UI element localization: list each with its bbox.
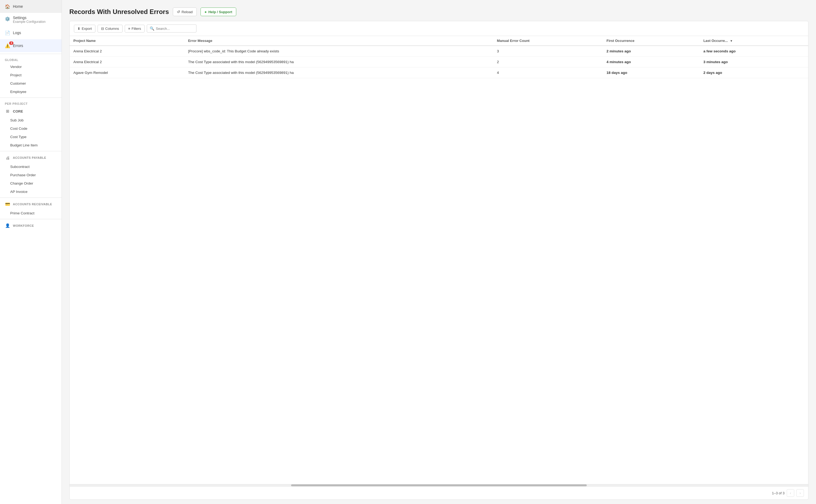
horizontal-scrollbar[interactable] — [70, 484, 808, 486]
errors-table: Project Name Error Message Manual Error … — [70, 36, 808, 78]
pagination-bar: 1–3 of 3 ‹ › — [70, 486, 808, 499]
cell-project-name: Agave Gym Remodel — [70, 67, 184, 78]
sidebar-item-cost-code[interactable]: Cost Code — [0, 124, 62, 133]
errors-badge: 3 — [9, 41, 13, 45]
table-row[interactable]: Arena Electrical 2 [Procore] wbs_code_id… — [70, 46, 808, 57]
cell-first-occurrence: 18 days ago — [603, 67, 699, 78]
sidebar-item-subcontract[interactable]: Subcontract — [0, 163, 62, 171]
reload-button[interactable]: ↺ Reload — [173, 8, 197, 16]
table-row[interactable]: Arena Electrical 2 The Cost Type associa… — [70, 57, 808, 67]
col-project-name: Project Name — [70, 36, 184, 46]
settings-sub-label: Example Configuration — [13, 20, 45, 24]
cell-error-message: [Procore] wbs_code_id: This Budget Code … — [184, 46, 493, 57]
workforce-label: WORKFORCE — [13, 224, 34, 227]
cell-first-occurrence: 2 minutes ago — [603, 46, 699, 57]
sidebar-home-label: Home — [13, 4, 23, 9]
workforce-icon: 👤 — [5, 223, 10, 228]
page-header: Records With Unresolved Errors ↺ Reload … — [69, 8, 808, 16]
export-label: Export — [82, 27, 92, 31]
cell-last-occurrence: a few seconds ago — [700, 46, 808, 57]
home-icon: 🏠 — [5, 4, 10, 9]
cell-error-message: The Cost Type associated with this model… — [184, 67, 493, 78]
sidebar-item-accounts-receivable[interactable]: 💳 ACCOUNTS RECEIVABLE — [0, 199, 62, 209]
core-label: CORE — [13, 109, 23, 113]
sidebar-item-logs[interactable]: 📄 Logs — [0, 26, 62, 39]
settings-main-label: Settings — [13, 16, 45, 20]
sidebar-item-prime-contract[interactable]: Prime Contract — [0, 209, 62, 217]
sidebar-item-employee[interactable]: Employee — [0, 88, 62, 96]
table-header-row: Project Name Error Message Manual Error … — [70, 36, 808, 46]
sidebar-item-errors[interactable]: ⚠️ 3 Errors — [0, 39, 62, 52]
sidebar-item-sub-job[interactable]: Sub Job — [0, 116, 62, 124]
filters-label: Filters — [131, 27, 141, 31]
col-manual-error-count: Manual Error Count — [493, 36, 603, 46]
logs-icon: 📄 — [5, 30, 10, 35]
help-support-button[interactable]: ● Help / Support — [200, 8, 236, 16]
sidebar-item-vendor[interactable]: Vendor — [0, 63, 62, 71]
reload-label: Reload — [182, 10, 193, 14]
pagination-prev-button[interactable]: ‹ — [787, 489, 794, 497]
cell-last-occurrence: 2 days ago — [700, 67, 808, 78]
col-first-occurrence: First Occurrence — [603, 36, 699, 46]
sort-icon: ▼ — [730, 39, 733, 42]
core-icon: ⊞ — [5, 109, 10, 114]
accounts-payable-icon: 🖨 — [5, 155, 10, 160]
export-icon: ⬇ — [77, 27, 80, 31]
search-icon: 🔍 — [150, 26, 154, 31]
page-title: Records With Unresolved Errors — [69, 8, 169, 16]
sidebar-item-change-order[interactable]: Change Order — [0, 179, 62, 188]
per-project-section-label: PER PROJECT — [0, 99, 62, 106]
cell-manual-error-count: 4 — [493, 67, 603, 78]
sidebar-item-cost-type[interactable]: Cost Type — [0, 133, 62, 141]
reload-icon: ↺ — [177, 10, 180, 14]
filters-button[interactable]: ≡ Filters — [125, 25, 145, 33]
pagination-next-button[interactable]: › — [796, 489, 804, 497]
search-input[interactable] — [156, 27, 193, 31]
cell-last-occurrence: 3 minutes ago — [700, 57, 808, 67]
accounts-payable-label: ACCOUNTS PAYABLE — [13, 156, 46, 159]
global-section-label: GLOBAL — [0, 56, 62, 63]
sidebar-item-project[interactable]: Project — [0, 71, 62, 79]
pagination-info: 1–3 of 3 — [772, 491, 785, 495]
col-error-message: Error Message — [184, 36, 493, 46]
columns-button[interactable]: ⊟ Columns — [98, 25, 123, 33]
help-icon: ● — [204, 10, 207, 14]
cell-first-occurrence: 4 minutes ago — [603, 57, 699, 67]
sidebar: 🏠 Home ⚙️ Settings Example Configuration… — [0, 0, 62, 504]
sidebar-logs-label: Logs — [13, 31, 21, 35]
sidebar-item-budget-line-item[interactable]: Budget Line Item — [0, 141, 62, 149]
sidebar-item-workforce[interactable]: 👤 WORKFORCE — [0, 221, 62, 231]
main-content: Records With Unresolved Errors ↺ Reload … — [62, 0, 816, 504]
filters-icon: ≡ — [128, 27, 130, 31]
cell-error-message: The Cost Type associated with this model… — [184, 57, 493, 67]
cell-manual-error-count: 2 — [493, 57, 603, 67]
table-wrap: Project Name Error Message Manual Error … — [70, 36, 808, 484]
sidebar-item-settings[interactable]: ⚙️ Settings Example Configuration — [0, 13, 62, 26]
settings-icon: ⚙️ — [5, 16, 10, 21]
sidebar-item-core[interactable]: ⊞ CORE — [0, 106, 62, 116]
columns-label: Columns — [105, 27, 119, 31]
help-label: Help / Support — [208, 10, 232, 14]
sidebar-item-accounts-payable[interactable]: 🖨 ACCOUNTS PAYABLE — [0, 153, 62, 163]
sidebar-item-customer[interactable]: Customer — [0, 79, 62, 88]
cell-manual-error-count: 3 — [493, 46, 603, 57]
sidebar-item-purchase-order[interactable]: Purchase Order — [0, 171, 62, 179]
export-button[interactable]: ⬇ Export — [74, 25, 95, 33]
cell-project-name: Arena Electrical 2 — [70, 57, 184, 67]
col-last-occurrence[interactable]: Last Occurre... ▼ — [700, 36, 808, 46]
errors-icon: ⚠️ 3 — [5, 43, 10, 48]
table-row[interactable]: Agave Gym Remodel The Cost Type associat… — [70, 67, 808, 78]
sidebar-item-home[interactable]: 🏠 Home — [0, 0, 62, 13]
columns-icon: ⊟ — [101, 27, 104, 31]
sidebar-item-ap-invoice[interactable]: AP Invoice — [0, 188, 62, 196]
toolbar: ⬇ Export ⊟ Columns ≡ Filters 🔍 — [70, 21, 808, 36]
accounts-receivable-icon: 💳 — [5, 201, 10, 207]
search-wrapper[interactable]: 🔍 — [147, 24, 196, 33]
cell-project-name: Arena Electrical 2 — [70, 46, 184, 57]
errors-card: ⬇ Export ⊟ Columns ≡ Filters 🔍 — [69, 21, 808, 500]
accounts-receivable-label: ACCOUNTS RECEIVABLE — [13, 203, 52, 206]
sidebar-errors-label: Errors — [13, 44, 23, 48]
